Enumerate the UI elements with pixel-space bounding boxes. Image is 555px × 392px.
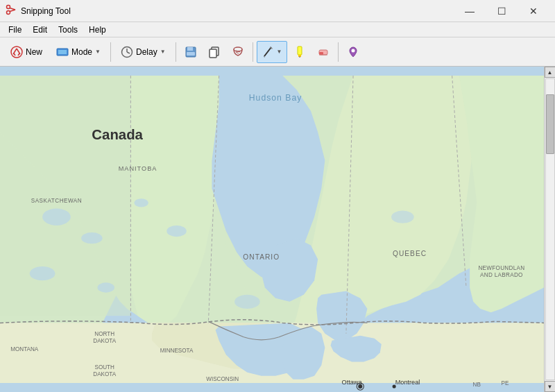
separator-1 [110,42,111,62]
save-button[interactable] [180,41,202,63]
separator-4 [338,42,339,62]
svg-text:NEWFOUNDLAN: NEWFOUNDLAN [478,265,524,271]
svg-line-21 [236,52,239,53]
menu-file[interactable]: File [3,24,27,36]
menu-bar: File Edit Tools Help [0,22,555,37]
svg-text:MANITOBA: MANITOBA [119,166,157,173]
delay-label: Delay [136,47,157,57]
scroll-down-button[interactable]: ▼ [545,381,556,392]
eraser-button[interactable] [312,41,334,63]
mode-dropdown-arrow: ▼ [95,49,101,55]
svg-text:SASKATCHEWAN: SASKATCHEWAN [31,198,82,204]
svg-point-19 [234,47,242,51]
svg-rect-29 [319,52,323,55]
svg-text:Montreal: Montreal [395,379,420,386]
svg-text:DAKOTA: DAKOTA [93,338,116,344]
new-icon [10,46,23,58]
svg-line-7 [14,53,15,56]
new-button[interactable]: New [4,41,49,63]
highlighter-icon [293,46,306,58]
svg-point-31 [351,49,355,52]
svg-text:ONTARIO: ONTARIO [243,253,280,261]
title-bar: Snipping Tool — ☐ ✕ [0,0,555,22]
svg-text:Canada: Canada [92,127,143,142]
svg-line-5 [13,49,17,54]
save-icon [185,46,197,58]
app-title: Snipping Tool [21,6,71,16]
delay-dropdown-arrow: ▼ [160,49,166,55]
copy-button[interactable] [203,41,225,63]
vertical-scrollbar[interactable]: ▲ ▼ [544,67,555,392]
svg-text:NORTH: NORTH [94,331,114,337]
svg-line-13 [127,52,130,53]
svg-point-53 [98,282,114,292]
scroll-up-button[interactable]: ▲ [545,67,556,78]
svg-line-3 [10,10,15,12]
highlighter-button[interactable] [289,41,311,63]
mode-button[interactable]: Mode ▼ [50,41,107,63]
mode-label: Mode [71,47,92,57]
separator-3 [253,42,253,62]
svg-point-1 [7,11,10,15]
delay-icon [121,46,133,58]
scroll-v-track[interactable] [545,78,555,380]
close-button[interactable]: ✕ [518,0,549,22]
svg-text:QUEBEC: QUEBEC [393,250,427,257]
svg-text:WISCONSIN: WISCONSIN [206,376,239,382]
svg-point-54 [134,198,148,207]
svg-rect-15 [187,47,193,51]
svg-line-6 [17,49,20,54]
svg-rect-18 [210,49,216,58]
svg-text:DAKOTA: DAKOTA [93,371,116,377]
svg-text:MINNESOTA: MINNESOTA [160,348,194,354]
pin-icon [347,46,359,58]
svg-text:AND LABRADO: AND LABRADO [480,272,523,278]
svg-point-0 [7,6,10,9]
delay-button[interactable]: Delay ▼ [114,41,172,63]
svg-rect-10 [58,50,67,54]
map-container[interactable]: Hudson Bay Canada MANITOBA SASKATCHEWAN … [0,67,544,392]
new-label: New [26,47,42,57]
svg-point-52 [30,266,56,280]
svg-point-51 [81,232,103,244]
svg-point-50 [42,208,71,225]
svg-text:SOUTH: SOUTH [94,364,114,370]
separator-2 [176,42,176,62]
svg-rect-16 [187,52,195,56]
pen-dropdown-arrow: ▼ [277,49,282,55]
svg-rect-36 [0,76,130,316]
svg-point-4 [11,46,22,58]
maximize-button[interactable]: ☐ [486,0,518,22]
svg-text:Ottawa: Ottawa [342,379,363,386]
menu-tools[interactable]: Tools [53,24,83,36]
svg-point-56 [234,295,260,309]
content-area: Hudson Bay Canada MANITOBA SASKATCHEWAN … [0,67,555,392]
pin-button[interactable] [342,41,364,63]
mode-icon [56,46,69,58]
svg-line-8 [18,53,19,56]
svg-rect-25 [298,46,302,55]
svg-text:NB: NB [473,382,481,388]
menu-help[interactable]: Help [83,24,112,36]
menu-edit[interactable]: Edit [27,24,53,36]
minimize-button[interactable]: — [454,0,486,22]
svg-text:Hudson Bay: Hudson Bay [249,93,302,103]
scroll-v-thumb[interactable] [546,94,554,155]
eraser-icon [317,46,330,58]
svg-line-22 [264,47,271,56]
svg-text:PE: PE [502,380,509,386]
svg-text:MONTANA: MONTANA [10,346,39,352]
pen-icon [262,46,274,58]
toolbar: New Mode ▼ Delay ▼ [0,37,555,67]
svg-point-55 [166,225,187,237]
app-icon [6,4,17,17]
paste-icon [232,46,244,58]
paste-button[interactable] [227,41,249,63]
svg-point-57 [391,211,414,223]
copy-icon [208,46,221,58]
pen-button[interactable]: ▼ [257,41,287,63]
window-controls: — ☐ ✕ [454,0,549,22]
